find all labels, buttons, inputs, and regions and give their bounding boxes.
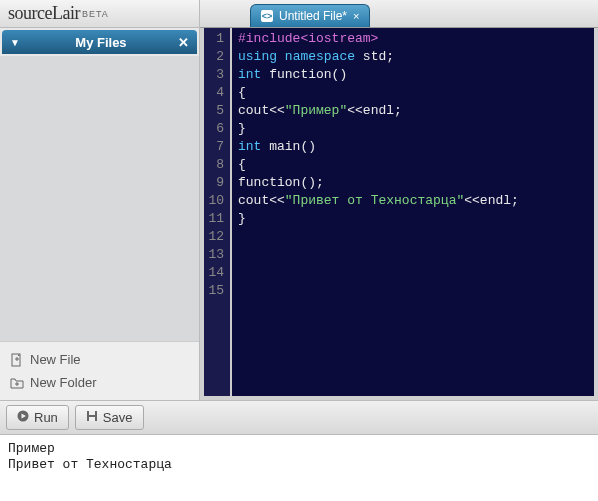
output-console[interactable]: ПримерПривет от Техностарца xyxy=(0,435,598,501)
top-region: sourceLair BETA ▼ My Files ✕ New File xyxy=(0,0,598,400)
app-root: sourceLair BETA ▼ My Files ✕ New File xyxy=(0,0,598,501)
code-line[interactable]: #include<iostream> xyxy=(238,30,588,48)
line-number: 1 xyxy=(208,30,224,48)
console-line: Привет от Техностарца xyxy=(8,457,590,473)
tab-active[interactable]: <> Untitled File* × xyxy=(250,4,370,27)
new-file-button[interactable]: New File xyxy=(4,348,195,371)
line-number: 10 xyxy=(208,192,224,210)
line-number: 6 xyxy=(208,120,224,138)
new-file-icon xyxy=(10,353,24,367)
code-line[interactable]: } xyxy=(238,120,588,138)
panel-title: My Files xyxy=(24,35,178,50)
logo: sourceLair BETA xyxy=(0,0,199,28)
save-button[interactable]: Save xyxy=(75,405,144,430)
code-line[interactable]: { xyxy=(238,84,588,102)
play-icon xyxy=(17,410,29,425)
run-button[interactable]: Run xyxy=(6,405,69,430)
line-number: 3 xyxy=(208,66,224,84)
line-number: 9 xyxy=(208,174,224,192)
code-editor[interactable]: 123456789101112131415 #include<iostream>… xyxy=(200,28,598,400)
file-tree[interactable] xyxy=(0,56,199,341)
line-number: 12 xyxy=(208,228,224,246)
line-number: 7 xyxy=(208,138,224,156)
line-number: 5 xyxy=(208,102,224,120)
line-number: 4 xyxy=(208,84,224,102)
line-number: 8 xyxy=(208,156,224,174)
code-line[interactable]: cout<<"Пример"<<endl; xyxy=(238,102,588,120)
tab-close-icon[interactable]: × xyxy=(353,10,359,22)
sidebar-actions: New File New Folder xyxy=(0,341,199,400)
save-label: Save xyxy=(103,410,133,425)
collapse-arrow-icon[interactable]: ▼ xyxy=(10,37,20,48)
tab-bar: <> Untitled File* × xyxy=(200,0,598,28)
save-icon xyxy=(86,410,98,425)
code-line[interactable]: using namespace std; xyxy=(238,48,588,66)
code-content[interactable]: #include<iostream>using namespace std;in… xyxy=(232,28,594,396)
line-number: 2 xyxy=(208,48,224,66)
svg-rect-3 xyxy=(89,411,95,415)
line-number: 13 xyxy=(208,246,224,264)
file-type-icon: <> xyxy=(261,10,273,22)
code-line[interactable]: } xyxy=(238,210,588,228)
line-number: 14 xyxy=(208,264,224,282)
panel-close-icon[interactable]: ✕ xyxy=(178,35,189,50)
console-line: Пример xyxy=(8,441,590,457)
code-line[interactable]: int function() xyxy=(238,66,588,84)
code-line[interactable]: cout<<"Привет от Техностарца"<<endl; xyxy=(238,192,588,210)
svg-rect-4 xyxy=(89,417,95,421)
line-gutter: 123456789101112131415 xyxy=(204,28,232,396)
new-folder-label: New Folder xyxy=(30,375,96,390)
toolbar: Run Save xyxy=(0,400,598,435)
code-line[interactable]: function(); xyxy=(238,174,588,192)
code-line[interactable]: { xyxy=(238,156,588,174)
new-folder-icon xyxy=(10,376,24,390)
line-number: 11 xyxy=(208,210,224,228)
tab-title: Untitled File* xyxy=(279,9,347,23)
new-file-label: New File xyxy=(30,352,81,367)
logo-text: sourceLair xyxy=(8,3,80,24)
editor-area: <> Untitled File* × 12345678910111213141… xyxy=(200,0,598,400)
files-panel-header[interactable]: ▼ My Files ✕ xyxy=(2,30,197,54)
new-folder-button[interactable]: New Folder xyxy=(4,371,195,394)
logo-beta: BETA xyxy=(82,9,109,19)
run-label: Run xyxy=(34,410,58,425)
code-line[interactable]: int main() xyxy=(238,138,588,156)
sidebar: sourceLair BETA ▼ My Files ✕ New File xyxy=(0,0,200,400)
line-number: 15 xyxy=(208,282,224,300)
